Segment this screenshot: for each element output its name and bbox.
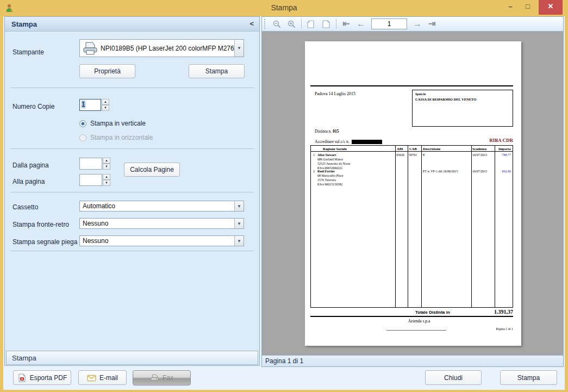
row2-scadenza: 16/07/2015 [472, 170, 487, 174]
th-ragione-sociale: Ragione Sociale [323, 147, 347, 151]
toolbar-separator [336, 19, 336, 29]
numero-copie-label: Numero Copie [13, 103, 54, 110]
last-page-button[interactable]: ⇥ [426, 18, 439, 30]
email-button[interactable]: E-mail [78, 370, 127, 385]
chiudi-button[interactable]: Chiudi [425, 370, 482, 385]
stampa-group-bar[interactable]: Stampa [6, 351, 258, 365]
first-page-button[interactable]: ⇤ [340, 18, 353, 30]
signature-line [386, 330, 446, 331]
distinta-line: Distinta n. 015 [315, 129, 339, 134]
row1-importo: 788,77 [502, 153, 511, 158]
collapse-panel-icon[interactable]: < [249, 20, 254, 28]
dalla-pagina-label: Dalla pagina [13, 161, 49, 169]
cassetto-dropdown-icon[interactable]: ▼ [234, 201, 244, 211]
footer-bar: A Esporta PDF E-mail Fax Chiudi Stampa [3, 367, 565, 390]
th-cab: CAB [409, 147, 417, 151]
titlebar: Stampa – □ ✕ [0, 0, 568, 16]
printer-value: NPI0189B5 (HP LaserJet 200 colorMFP M276… [98, 45, 234, 52]
cassetto-select[interactable]: Automatico ▼ [79, 201, 244, 211]
fax-label: Fax [163, 374, 173, 382]
segnale-piega-label: Stampa segnale piega [13, 238, 77, 246]
table-column-line [395, 146, 396, 307]
row1-abi: 05026 [396, 153, 404, 158]
calcola-pagine-button[interactable]: Calcola Pagine [124, 163, 180, 177]
zoom-in-button[interactable] [285, 18, 298, 30]
window-title: Stampa [0, 3, 568, 12]
previous-page-icon: ← [357, 20, 365, 28]
row2-num: 2 [313, 170, 315, 174]
stampa-panel-button[interactable]: Stampa [189, 64, 245, 78]
segnale-piega-dropdown-icon[interactable]: ▼ [234, 236, 244, 246]
page-number-input[interactable] [371, 18, 407, 29]
table-header-row: Ragione Sociale ABI CAB Descrizione Scad… [311, 146, 513, 152]
document-date: Padova 14 Luglio 2015 [315, 91, 355, 96]
radio-orizzontale: Stampa in orizzontale [79, 134, 153, 141]
segnale-piega-select[interactable]: Nessuno ▼ [79, 235, 244, 246]
row2-addr1: 68 Maracaibo Place [317, 174, 344, 178]
separator [10, 148, 254, 149]
maximize-button[interactable]: □ [520, 0, 535, 14]
alla-pagina-stepper[interactable]: ▲ ▼ [79, 174, 110, 186]
row1-addr1: 686 Garland Manor [317, 158, 343, 162]
preview-pane: ⇤ ← → ⇥ Padova 14 Luglio 2015 Spett.le C… [261, 16, 564, 367]
preview-toolbar: ⇤ ← → ⇥ [262, 17, 563, 32]
previous-page-button[interactable]: ← [354, 18, 367, 30]
toolbar-grip-icon[interactable] [264, 19, 266, 29]
stampa-footer-button[interactable]: Stampa [500, 370, 557, 385]
recipient-label: Spett.le [415, 92, 426, 96]
radio-verticale-label: Stampa in verticale [90, 120, 146, 127]
alla-pagina-input[interactable] [79, 174, 102, 186]
credit-label: Accreditare sul c/c n. [315, 139, 349, 144]
copies-stepper[interactable]: 1 ▲ ▼ [79, 99, 109, 111]
dalla-up-icon[interactable]: ▲ [103, 158, 110, 164]
fit-width-icon [307, 20, 316, 29]
separator [10, 251, 254, 251]
distinta-label: Distinta n. [315, 129, 332, 134]
th-descrizione: Descrizione [423, 147, 440, 151]
redaction-box [352, 140, 382, 144]
row1-descr: 8 [423, 153, 425, 158]
esporta-pdf-button[interactable]: A Esporta PDF [13, 370, 71, 385]
dalla-pagina-stepper[interactable]: ▲ ▼ [79, 158, 110, 170]
radio-verticale[interactable]: Stampa in verticale [79, 120, 146, 127]
copies-input[interactable]: 1 [79, 99, 101, 111]
total-value: 1.391,37 [494, 309, 513, 315]
radio-orizzontale-icon [79, 134, 86, 141]
document-table: Ragione Sociale ABI CAB Descrizione Scad… [310, 145, 513, 308]
next-page-button[interactable]: → [411, 18, 424, 30]
row1-scadenza: 16/07/2015 [472, 153, 487, 158]
printer-select[interactable]: NPI0189B5 (HP LaserJet 200 colorMFP M276… [79, 39, 244, 57]
proprieta-button[interactable]: Proprietà [79, 64, 135, 78]
dalla-pagina-input[interactable] [79, 158, 102, 170]
fax-button: Fax [133, 370, 191, 385]
fit-width-button[interactable] [305, 18, 318, 30]
alla-up-icon[interactable]: ▲ [103, 174, 110, 180]
close-button[interactable]: ✕ [539, 0, 563, 15]
esporta-pdf-label: Esporta PDF [30, 374, 67, 382]
company-name: Azienda s.p.a [381, 319, 457, 323]
fit-page-button[interactable] [320, 18, 333, 30]
th-abi: ABI [397, 147, 403, 151]
alla-down-icon[interactable]: ▼ [103, 180, 110, 186]
panel-header: Stampa < [5, 17, 259, 32]
row2-descr: FT n. VF-1 del 16/06/2015 [423, 170, 458, 174]
riba-label: RIBA CDR [489, 138, 513, 143]
copies-up-icon[interactable]: ▲ [102, 99, 109, 105]
preview-viewport[interactable]: Padova 14 Luglio 2015 Spett.le CASSA DI … [262, 32, 563, 356]
printer-dropdown-icon[interactable]: ▼ [234, 40, 244, 57]
recipient-box: Spett.le CASSA DI RISPARMIO DEL VENETO [412, 90, 513, 127]
dalla-down-icon[interactable]: ▼ [103, 164, 110, 170]
table-column-line [408, 146, 408, 307]
copies-down-icon[interactable]: ▼ [102, 105, 109, 111]
fronte-retro-dropdown-icon[interactable]: ▼ [234, 219, 244, 228]
minimize-button[interactable]: – [503, 0, 518, 14]
radio-verticale-icon[interactable] [79, 120, 86, 127]
row2-importo: 602,60 [502, 170, 511, 174]
zoom-out-button[interactable] [270, 18, 283, 30]
credit-line: Accreditare sul c/c n. [315, 139, 382, 144]
zoom-in-icon [287, 20, 296, 29]
total-label: Totale Distinta in [415, 310, 450, 315]
fronte-retro-select[interactable]: Nessuno ▼ [79, 218, 244, 229]
next-page-icon: → [413, 20, 422, 28]
row2-addr2: 1570 Talavera [317, 178, 336, 183]
